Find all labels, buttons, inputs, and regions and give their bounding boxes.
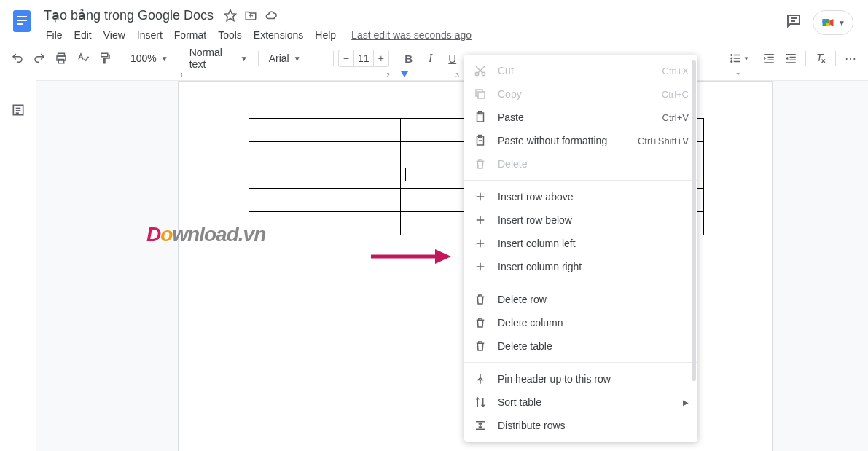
paste-plain-icon bbox=[473, 133, 488, 148]
horizontal-ruler[interactable]: 1 2 3 7 bbox=[36, 69, 868, 81]
ruler-indent-marker[interactable] bbox=[401, 71, 408, 77]
menu-format[interactable]: Format bbox=[169, 26, 211, 44]
menu-insert[interactable]: Insert bbox=[132, 26, 168, 44]
clear-formatting-button[interactable] bbox=[810, 48, 831, 68]
trash-icon bbox=[473, 292, 488, 307]
pin-icon bbox=[473, 372, 488, 386]
meet-button[interactable]: ▼ bbox=[813, 10, 853, 35]
italic-button[interactable]: I bbox=[421, 48, 441, 68]
paste-icon bbox=[473, 110, 488, 125]
svg-rect-27 bbox=[790, 57, 796, 58]
font-size-input[interactable] bbox=[353, 50, 374, 66]
menu-delete-column[interactable]: Delete column bbox=[464, 311, 697, 334]
menu-help[interactable]: Help bbox=[310, 26, 341, 44]
menu-delete-row[interactable]: Delete row bbox=[464, 288, 697, 311]
comments-icon[interactable] bbox=[785, 12, 802, 33]
menu-scrollbar[interactable] bbox=[692, 60, 696, 381]
plus-icon bbox=[473, 236, 488, 251]
menu-view[interactable]: View bbox=[98, 26, 130, 44]
menu-bar: File Edit View Insert Format Tools Exten… bbox=[41, 26, 785, 44]
chevron-down-icon: ▼ bbox=[294, 55, 301, 63]
font-size-increase[interactable]: + bbox=[374, 52, 388, 64]
menu-distribute-rows[interactable]: Distribute rows bbox=[464, 414, 697, 437]
svg-rect-22 bbox=[768, 57, 774, 58]
underline-button[interactable]: U bbox=[442, 48, 463, 68]
table-context-menu: Cut Ctrl+X Copy Ctrl+C Paste Ctrl+V Past… bbox=[464, 55, 697, 442]
header-right: ▼ bbox=[785, 6, 861, 35]
svg-point-19 bbox=[730, 60, 732, 63]
trash-icon bbox=[473, 315, 488, 330]
menu-tools[interactable]: Tools bbox=[213, 26, 247, 44]
menu-delete: Delete bbox=[464, 152, 697, 176]
svg-point-17 bbox=[730, 58, 732, 60]
chevron-down-icon: ▼ bbox=[838, 19, 845, 27]
redo-button[interactable] bbox=[29, 48, 50, 68]
menu-insert-row-below[interactable]: Insert row below bbox=[464, 208, 697, 232]
style-select[interactable]: Normal text▼ bbox=[184, 48, 254, 68]
plus-icon bbox=[473, 213, 488, 227]
menu-edit[interactable]: Edit bbox=[69, 26, 97, 44]
app-header: Tạo bảng trong Google Docs File Edit Vie… bbox=[0, 0, 868, 44]
svg-marker-25 bbox=[764, 57, 766, 60]
bold-button[interactable]: B bbox=[399, 48, 419, 68]
menu-extensions[interactable]: Extensions bbox=[249, 26, 308, 44]
last-edit-link[interactable]: Last edit was seconds ago bbox=[351, 29, 472, 41]
docs-logo[interactable] bbox=[7, 6, 36, 35]
svg-rect-20 bbox=[734, 61, 740, 63]
svg-marker-4 bbox=[225, 10, 236, 21]
more-button[interactable]: ⋯ bbox=[840, 48, 861, 68]
svg-rect-24 bbox=[764, 62, 774, 63]
font-size-control: − + bbox=[338, 50, 389, 67]
chevron-right-icon: ▶ bbox=[683, 399, 689, 407]
font-select[interactable]: Arial▼ bbox=[263, 48, 329, 68]
left-sidebar bbox=[0, 69, 36, 451]
svg-rect-2 bbox=[17, 20, 27, 21]
svg-marker-39 bbox=[435, 249, 451, 264]
chevron-down-icon: ▼ bbox=[161, 55, 168, 63]
undo-button[interactable] bbox=[7, 48, 28, 68]
menu-insert-column-left[interactable]: Insert column left bbox=[464, 232, 697, 255]
arrow-annotation bbox=[371, 248, 451, 268]
menu-file[interactable]: File bbox=[41, 26, 68, 44]
menu-insert-column-right[interactable]: Insert column right bbox=[464, 255, 697, 278]
svg-rect-16 bbox=[734, 55, 740, 56]
star-icon[interactable] bbox=[224, 9, 237, 22]
svg-rect-29 bbox=[786, 62, 796, 63]
menu-insert-row-above[interactable]: Insert row above bbox=[464, 185, 697, 208]
font-size-decrease[interactable]: − bbox=[339, 52, 353, 64]
svg-rect-21 bbox=[764, 54, 774, 55]
spellcheck-button[interactable] bbox=[73, 48, 93, 68]
chevron-down-icon: ▼ bbox=[241, 55, 248, 63]
indent-decrease-button[interactable] bbox=[759, 48, 779, 68]
outline-icon[interactable] bbox=[11, 103, 26, 451]
svg-point-15 bbox=[730, 54, 732, 56]
menu-delete-table[interactable]: Delete table bbox=[464, 334, 697, 358]
sort-icon bbox=[473, 395, 488, 409]
document-title[interactable]: Tạo bảng trong Google Docs bbox=[41, 6, 216, 25]
menu-sort-table[interactable]: Sort table ▶ bbox=[464, 391, 697, 414]
svg-rect-1 bbox=[17, 16, 27, 17]
svg-rect-44 bbox=[478, 92, 485, 98]
cloud-status-icon[interactable] bbox=[265, 9, 278, 22]
print-button[interactable] bbox=[51, 48, 71, 68]
svg-rect-9 bbox=[826, 23, 830, 26]
menu-pin-header[interactable]: Pin header up to this row bbox=[464, 367, 697, 391]
menu-paste[interactable]: Paste Ctrl+V bbox=[464, 106, 697, 129]
zoom-select[interactable]: 100%▼ bbox=[125, 48, 174, 68]
menu-copy: Copy Ctrl+C bbox=[464, 82, 697, 106]
plus-icon bbox=[473, 189, 488, 204]
svg-marker-10 bbox=[830, 19, 834, 26]
watermark-overlay: Download.vn bbox=[146, 223, 265, 246]
cut-icon bbox=[473, 63, 488, 78]
move-icon[interactable] bbox=[244, 9, 257, 22]
title-area: Tạo bảng trong Google Docs File Edit Vie… bbox=[41, 6, 785, 44]
copy-icon bbox=[473, 87, 488, 101]
editor-canvas: 1 2 3 7 Download.vn bbox=[0, 69, 868, 451]
svg-rect-14 bbox=[101, 53, 108, 57]
menu-paste-without-formatting[interactable]: Paste without formatting Ctrl+Shift+V bbox=[464, 129, 697, 152]
indent-increase-button[interactable] bbox=[781, 48, 801, 68]
trash-icon bbox=[473, 339, 488, 353]
bulleted-list-button[interactable]: ▼ bbox=[729, 48, 749, 68]
paint-format-button[interactable] bbox=[95, 48, 115, 68]
svg-rect-3 bbox=[17, 23, 23, 25]
